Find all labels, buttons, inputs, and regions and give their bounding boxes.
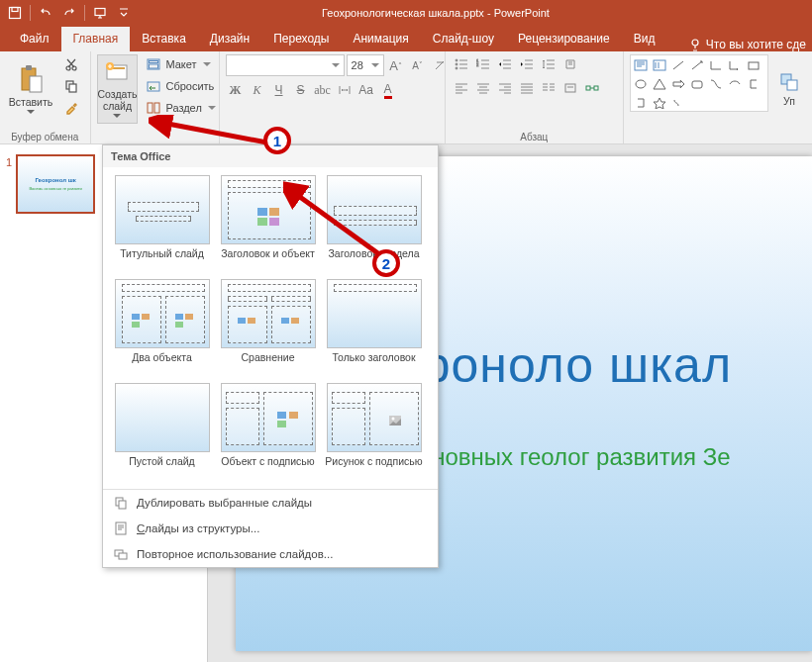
reuse-slides-menuitem[interactable]: Повторное использование слайдов...	[103, 541, 438, 567]
svg-rect-5	[26, 65, 32, 70]
svg-rect-40	[142, 314, 150, 320]
save-button[interactable]	[4, 2, 26, 24]
strike-button[interactable]: S	[291, 80, 311, 100]
justify-button[interactable]	[517, 78, 537, 98]
tell-me[interactable]: Что вы хотите сде	[688, 38, 812, 51]
svg-point-31	[636, 80, 646, 88]
new-slide-button[interactable]: Создать слайд	[97, 54, 139, 124]
char-spacing-button[interactable]	[335, 80, 355, 100]
reset-button[interactable]: Сбросить	[142, 76, 219, 96]
decrease-indent-button[interactable]	[495, 54, 515, 74]
tab-file[interactable]: Файл	[8, 27, 61, 51]
svg-point-20	[456, 59, 457, 61]
layout-icon	[146, 56, 161, 72]
svg-rect-2	[95, 9, 105, 16]
reuse-icon	[113, 546, 129, 562]
layout-comparison[interactable]: Сравнение	[215, 275, 321, 379]
svg-rect-1	[12, 8, 18, 12]
shadow-button[interactable]: abc	[313, 80, 333, 100]
group-font: 28 A˄ A˅ Ж К Ч S abc Aa A	[220, 51, 446, 143]
svg-rect-0	[10, 8, 21, 19]
layout-title-and-content[interactable]: Заголовок и объект	[215, 171, 321, 275]
svg-rect-6	[30, 76, 42, 92]
align-right-button[interactable]	[495, 78, 515, 98]
svg-point-3	[692, 40, 698, 46]
svg-rect-18	[148, 103, 152, 113]
slides-from-outline-menuitem[interactable]: ССлайды из структуры...лайды из структур…	[103, 516, 438, 541]
tell-me-label: Что вы хотите сде	[706, 38, 806, 51]
grow-font-button[interactable]: A˄	[386, 55, 406, 75]
svg-rect-55	[119, 501, 126, 509]
bold-button[interactable]: Ж	[226, 80, 246, 100]
layout-title-only[interactable]: Только заголовок	[321, 275, 427, 379]
layout-two-content[interactable]: Два объекта	[109, 275, 215, 379]
redo-button[interactable]	[58, 2, 80, 24]
section-button[interactable]: Раздел	[142, 98, 219, 118]
copy-button[interactable]	[59, 76, 83, 96]
align-left-button[interactable]	[452, 78, 471, 98]
italic-button[interactable]: К	[248, 80, 267, 100]
svg-rect-51	[277, 421, 286, 427]
smartart-button[interactable]	[582, 78, 602, 98]
undo-button[interactable]	[35, 2, 56, 24]
tab-home[interactable]: Главная	[61, 27, 131, 51]
svg-point-53	[391, 418, 394, 421]
increase-indent-button[interactable]	[517, 54, 537, 74]
start-slideshow-button[interactable]	[89, 2, 111, 24]
svg-rect-42	[175, 314, 183, 320]
tab-transitions[interactable]: Переходы	[261, 27, 341, 51]
arrange-button[interactable]: Уп	[772, 54, 806, 124]
format-painter-button[interactable]	[59, 98, 83, 118]
align-center-button[interactable]	[473, 78, 493, 98]
group-clipboard-label: Буфер обмена	[6, 130, 84, 142]
copy-icon	[63, 78, 79, 94]
ribbon: Вставить Буфер обмена Создать слайд Маке…	[0, 51, 812, 144]
group-drawing: Уп	[624, 51, 812, 143]
new-slide-label: Создать слайд	[98, 88, 138, 112]
svg-rect-56	[116, 522, 126, 534]
layout-blank[interactable]: Пустой слайд	[109, 379, 215, 483]
shrink-font-button[interactable]: A˅	[408, 55, 428, 75]
tab-insert[interactable]: Вставка	[130, 27, 198, 51]
svg-rect-58	[119, 553, 127, 559]
columns-button[interactable]	[539, 78, 558, 98]
layout-content-with-caption[interactable]: Объект с подписью	[215, 379, 321, 483]
change-case-button[interactable]: Aa	[356, 80, 376, 100]
svg-rect-27	[594, 86, 598, 90]
tab-animations[interactable]: Анимация	[341, 27, 420, 51]
ribbon-tabs: Файл Главная Вставка Дизайн Переходы Ани…	[0, 26, 812, 51]
qat-customize-button[interactable]	[113, 2, 135, 24]
duplicate-slides-menuitem[interactable]: Дублировать выбранные слайды	[103, 490, 438, 516]
tab-slideshow[interactable]: Слайд-шоу	[421, 27, 506, 51]
reset-icon	[146, 78, 161, 94]
layout-button[interactable]: Макет	[142, 54, 219, 74]
brush-icon	[63, 100, 79, 116]
svg-rect-45	[238, 318, 246, 324]
align-text-button[interactable]	[560, 78, 580, 98]
font-size-combo[interactable]: 28	[347, 54, 384, 76]
scissors-icon	[63, 56, 79, 72]
paste-label: Вставить	[9, 96, 53, 108]
numbering-button[interactable]: 12	[473, 54, 493, 74]
svg-rect-49	[277, 412, 286, 419]
cut-button[interactable]	[59, 54, 83, 74]
section-icon	[146, 100, 161, 116]
svg-rect-35	[257, 208, 267, 216]
layout-title-slide[interactable]: Титульный слайд	[109, 171, 215, 275]
tab-design[interactable]: Дизайн	[198, 27, 261, 51]
font-family-combo[interactable]	[226, 54, 345, 76]
layout-picture-with-caption[interactable]: Рисунок с подписью	[321, 379, 427, 483]
title-bar: Геохронологическая шкала.pptx - PowerPoi…	[0, 0, 812, 26]
text-direction-button[interactable]	[560, 54, 580, 74]
shapes-gallery[interactable]	[630, 54, 768, 112]
bullets-button[interactable]	[452, 54, 471, 74]
paste-button[interactable]: Вставить	[6, 54, 55, 124]
svg-rect-50	[289, 412, 298, 419]
font-color-button[interactable]: A	[378, 80, 398, 100]
underline-button[interactable]: Ч	[269, 80, 289, 100]
line-spacing-button[interactable]	[539, 54, 558, 74]
tab-review[interactable]: Рецензирование	[506, 27, 622, 51]
tab-view[interactable]: Вид	[622, 27, 667, 51]
new-slide-layout-menu: Тема Office Титульный слайд Заголовок и …	[102, 144, 439, 568]
group-paragraph: 12 Абзац	[446, 51, 624, 143]
